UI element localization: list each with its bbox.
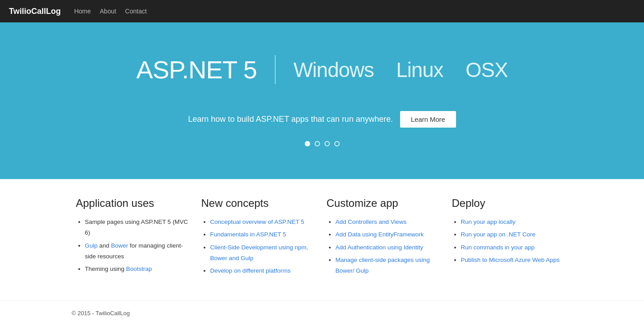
link-run-commands[interactable]: Run commands in your app xyxy=(461,244,535,251)
nav-home[interactable]: Home xyxy=(74,8,91,15)
col-application-uses: Application uses Sample pages using ASP.… xyxy=(76,197,192,278)
hero-platform-windows: Windows xyxy=(294,58,374,82)
application-uses-list: Sample pages using ASP.NET 5 (MVC 6) Gul… xyxy=(76,217,192,274)
list-item: Gulp and Bower for managing client-side … xyxy=(85,240,192,262)
col-title-application-uses: Application uses xyxy=(76,197,192,210)
hero-tagline-text: Learn how to build ASP.NET apps that can… xyxy=(188,115,393,124)
carousel-dot-4[interactable] xyxy=(334,141,340,146)
col-customize-app: Customize app Add Controllers and Views … xyxy=(327,197,443,278)
hero-platforms: Windows Linux OSX xyxy=(294,58,508,82)
link-run-locally[interactable]: Run your app locally xyxy=(461,218,516,225)
hero-title-row: ASP.NET 5 Windows Linux OSX xyxy=(136,55,508,84)
hero-tagline: Learn how to build ASP.NET apps that can… xyxy=(188,111,456,128)
deploy-list: Run your app locally Run your app on .NE… xyxy=(452,217,568,265)
col-title-deploy: Deploy xyxy=(452,197,568,210)
link-authentication[interactable]: Add Authentication using Identity xyxy=(336,244,423,251)
footer-text: © 2015 - TwilioCallLog xyxy=(72,310,130,317)
col-title-customize-app: Customize app xyxy=(327,197,443,210)
footer: © 2015 - TwilioCallLog xyxy=(0,300,644,325)
list-item: Add Data using EntityFramework xyxy=(336,229,443,240)
link-fundamentals[interactable]: Fundamentals in ASP.NET 5 xyxy=(210,231,286,238)
col-new-concepts: New concepts Conceptual overview of ASP.… xyxy=(201,197,318,278)
list-item: Client-Side Development using npm, Bower… xyxy=(210,242,318,264)
bower-link[interactable]: Bower xyxy=(111,242,128,249)
list-item: Add Authentication using Identity xyxy=(336,242,443,253)
col-title-new-concepts: New concepts xyxy=(201,197,318,210)
carousel-dot-1[interactable] xyxy=(305,141,310,146)
link-publish-azure[interactable]: Publish to Microsoft Azure Web Apps xyxy=(461,257,560,263)
carousel-dots xyxy=(305,141,340,146)
list-item: Run your app on .NET Core xyxy=(461,229,568,240)
list-item: Manage client-side packages using Bower/… xyxy=(336,255,443,277)
gulp-link[interactable]: Gulp xyxy=(85,242,98,249)
list-item: Develop on different platforms xyxy=(210,265,318,276)
learn-more-button[interactable]: Learn More xyxy=(400,111,456,128)
list-item: Add Controllers and Views xyxy=(336,217,443,227)
link-entity-framework[interactable]: Add Data using EntityFramework xyxy=(336,231,424,238)
list-item: Theming using Bootstrap xyxy=(85,264,192,274)
link-run-dotnet-core[interactable]: Run your app on .NET Core xyxy=(461,231,536,238)
list-item: Publish to Microsoft Azure Web Apps xyxy=(461,255,568,265)
list-item: Run commands in your app xyxy=(461,242,568,253)
list-item: Conceptual overview of ASP.NET 5 xyxy=(210,217,318,227)
hero-platform-osx: OSX xyxy=(465,58,508,82)
nav-about[interactable]: About xyxy=(100,8,116,15)
link-conceptual-overview[interactable]: Conceptual overview of ASP.NET 5 xyxy=(210,218,304,225)
col-deploy: Deploy Run your app locally Run your app… xyxy=(452,197,568,278)
hero-aspnet-label: ASP.NET 5 xyxy=(136,55,276,84)
nav-links: Home About Contact xyxy=(74,8,147,15)
link-client-side-dev[interactable]: Client-Side Development using npm, Bower… xyxy=(210,244,308,261)
link-develop-platforms[interactable]: Develop on different platforms xyxy=(210,267,291,274)
new-concepts-list: Conceptual overview of ASP.NET 5 Fundame… xyxy=(201,217,318,276)
carousel-dot-2[interactable] xyxy=(315,141,320,146)
list-item: Sample pages using ASP.NET 5 (MVC 6) xyxy=(85,217,192,239)
hero-platform-linux: Linux xyxy=(396,58,443,82)
bootstrap-link[interactable]: Bootstrap xyxy=(126,265,152,272)
customize-app-list: Add Controllers and Views Add Data using… xyxy=(327,217,443,276)
navbar: TwilioCallLog Home About Contact xyxy=(0,0,644,22)
carousel-dot-3[interactable] xyxy=(324,141,330,146)
list-item: Fundamentals in ASP.NET 5 xyxy=(210,229,318,240)
nav-contact[interactable]: Contact xyxy=(125,8,147,15)
hero-banner: ASP.NET 5 Windows Linux OSX Learn how to… xyxy=(0,22,644,179)
link-manage-packages[interactable]: Manage client-side packages using Bower/… xyxy=(336,257,430,274)
content-section: Application uses Sample pages using ASP.… xyxy=(67,179,577,296)
list-item: Run your app locally xyxy=(461,217,568,227)
navbar-brand[interactable]: TwilioCallLog xyxy=(9,7,61,16)
link-controllers-views[interactable]: Add Controllers and Views xyxy=(336,218,407,225)
